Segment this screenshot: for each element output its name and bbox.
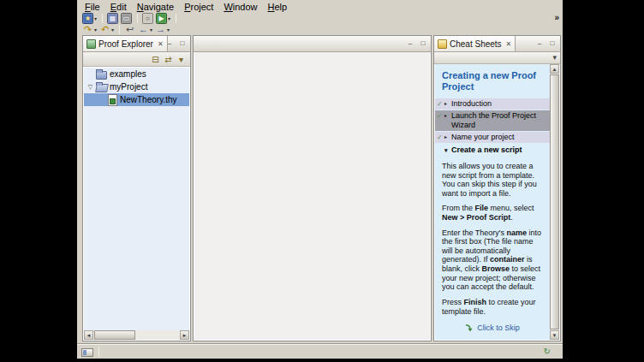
menu-bar: FileEditNavigateProjectWindowHelp [77,0,563,13]
last-edit-location-button[interactable]: ↩ [123,24,136,35]
search-icon: ○ [142,13,153,24]
cheat-body: This allows you to create a new script f… [435,162,550,316]
menu-edit[interactable]: Edit [105,1,132,13]
cheat-steps: ✓▸Introduction✓▸Launch the Proof Project… [435,98,550,156]
skip-link[interactable]: Click to Skip [435,323,550,332]
dropdown-arrow-icon: ▾ [94,27,97,33]
scrollbar-thumb[interactable] [550,74,559,329]
tree-expander-icon[interactable]: ▽ [86,84,95,91]
progress-icon[interactable]: ↻ [544,347,551,356]
horizontal-scrollbar[interactable]: ◄ ► [84,330,189,340]
dropdown-arrow-icon: ▾ [94,15,97,21]
tree-item-label: NewTheory.thy [118,95,180,104]
scrollbar-thumb[interactable] [94,330,135,340]
step-introduction[interactable]: ✓▸Introduction [435,98,550,110]
toolbar-overflow-chevron[interactable]: » [554,13,558,22]
back-button[interactable]: ←▾ [137,24,153,35]
dropdown-arrow-icon: ▾ [150,27,152,33]
tree-item-newtheory-thy[interactable]: NewTheory.thy [84,93,189,106]
workbench: Proof Explorer ✕ – □ ⊟⇄▾ examples▽myProj… [77,35,563,344]
status-separator [98,347,99,357]
save-button[interactable]: ▦ [106,13,119,24]
next-annotation-icon: ↷ [82,24,93,35]
search-button[interactable]: ○ [141,13,154,24]
vertical-scrollbar[interactable]: ▲ ▼ [550,64,559,340]
check-icon: ✓ [437,111,444,121]
minimize-button[interactable]: – [404,39,416,49]
step-name-your-project[interactable]: ✓▸Name your project [435,132,550,143]
menu-navigate[interactable]: Navigate [132,1,179,13]
step-label: Name your project [451,133,548,142]
print-button[interactable]: ▭ [120,13,133,24]
menu-help[interactable]: Help [263,1,293,13]
toolbar-separator [137,14,138,23]
menu-project[interactable]: Project [179,1,218,13]
check-icon: ✓ [437,99,444,109]
scroll-down-icon[interactable]: ▼ [550,330,559,340]
scroll-left-icon[interactable]: ◄ [84,330,93,340]
save-icon: ▦ [107,13,118,24]
view-menu-button[interactable]: ▾ [175,55,188,64]
check-icon: ✓ [437,133,444,142]
dropdown-arrow-icon: ▾ [111,27,114,33]
step-label: Introduction [451,99,548,109]
cheat-sheets-menubar: ▾ [434,52,560,64]
menu-file[interactable]: File [80,1,105,13]
minimize-button[interactable]: – [164,39,176,49]
previous-annotation-button[interactable]: ↶▾ [98,24,115,35]
maximize-button[interactable]: □ [176,39,188,49]
step-launch-the-proof-project-wizard[interactable]: ✓▸Launch the Proof Project Wizard [435,110,550,131]
tree-item-label: myProject [108,82,150,92]
cheat-sheets-panel: Cheat Sheets ✕ – □ ▾ Creating a new Proo… [433,35,561,341]
minimize-button[interactable]: – [534,39,546,49]
next-annotation-button[interactable]: ↷▾ [81,24,98,35]
panel-window-buttons: – □ [534,39,558,49]
scroll-right-icon[interactable]: ► [180,330,189,340]
new-wizard-button[interactable]: ★▾ [81,13,98,24]
scrollbar-track[interactable] [136,330,180,340]
toolbar-separator [102,14,103,23]
tree-item-examples[interactable]: examples [84,68,189,80]
tab-label: Cheat Sheets [450,39,502,49]
tree-item-myproject[interactable]: ▽myProject [84,80,189,93]
maximize-button[interactable]: □ [546,39,558,49]
cheat-paragraph: This allows you to create a new script f… [435,162,550,198]
collapse-all-button[interactable]: ⊟ [149,55,162,64]
forward-button[interactable]: →▾ [154,24,170,35]
maximize-button[interactable]: □ [417,39,429,49]
chevron-right-icon: ▸ [444,133,451,142]
tab-label: Proof Explorer [98,39,153,49]
skip-arrow-icon [465,323,474,332]
last-edit-location-icon: ↩ [124,24,135,35]
previous-annotation-icon: ↶ [99,24,110,35]
proof-explorer-toolbar: ⊟⇄▾ [83,52,190,67]
cheat-sheet-content: Creating a new Proof Project ✓▸Introduct… [435,64,550,340]
proof-explorer-panel: Proof Explorer ✕ – □ ⊟⇄▾ examples▽myProj… [82,35,191,341]
editor-area[interactable] [194,52,430,340]
step-create-a-new-script[interactable]: ▾Create a new script [435,145,550,156]
folder-open-icon [95,81,108,92]
proof-explorer-header: Proof Explorer ✕ – □ [83,36,190,52]
editor-header: – □ [194,36,431,52]
chevron-down-icon: ▾ [444,145,451,155]
close-icon[interactable]: ✕ [506,40,512,48]
close-icon[interactable]: ✕ [158,40,164,48]
cheat-sheets-icon [438,39,447,49]
skip-link-label: Click to Skip [477,323,520,332]
fast-view-button[interactable] [81,348,93,357]
new-wizard-icon: ★ [82,13,93,24]
dropdown-arrow-icon: ▾ [167,27,170,33]
cheat-sheet-title: Creating a new Proof Project [435,64,550,94]
cheat-paragraph: From the File menu, select New > Proof S… [435,204,550,222]
view-menu-button[interactable]: ▾ [552,53,557,62]
scroll-up-icon[interactable]: ▲ [550,64,559,74]
link-with-editor-button[interactable]: ⇄ [162,55,175,64]
proof-explorer-tree: examples▽myProjectNewTheory.thy [84,68,189,330]
tab-proof-explorer[interactable]: Proof Explorer ✕ [83,36,168,51]
menu-window[interactable]: Window [218,1,262,13]
print-icon: ▭ [121,13,132,24]
toolbar-separator [176,14,176,23]
run-button[interactable]: ▶▾ [155,13,171,24]
step-label: Create a new script [451,145,548,155]
tab-cheat-sheets[interactable]: Cheat Sheets ✕ [434,36,516,51]
